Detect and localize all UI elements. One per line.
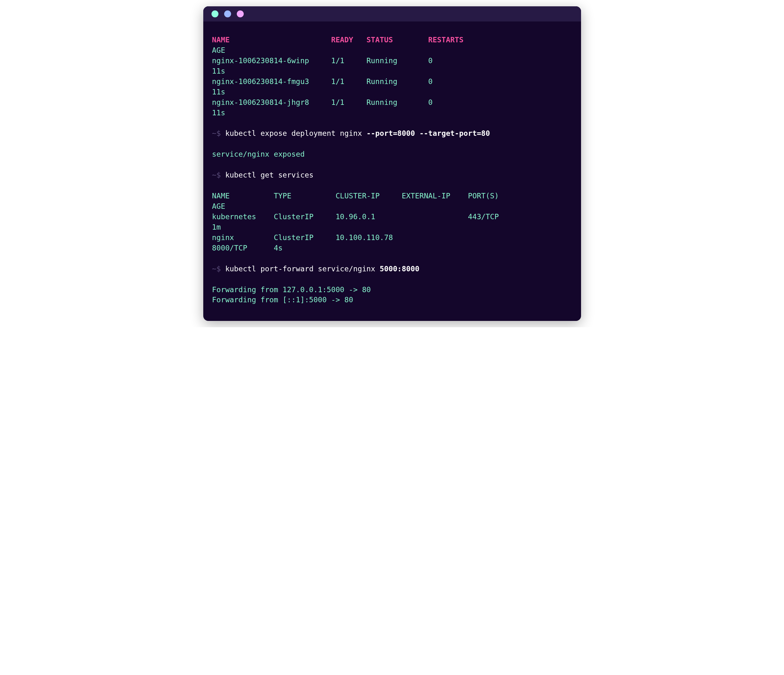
forward-output: Forwarding from [::1]:5000 -> 80 bbox=[212, 295, 353, 304]
shell-prompt: ~$ bbox=[212, 264, 226, 273]
pod-status: Running bbox=[366, 56, 397, 65]
pod-status: Running bbox=[366, 77, 397, 85]
terminal-window: NAME READY STATUS RESTARTS AGE nginx-100… bbox=[203, 6, 581, 321]
pod-restarts: 0 bbox=[428, 77, 433, 85]
svc-cip: 10.96.0.1 bbox=[335, 212, 375, 221]
titlebar bbox=[203, 6, 581, 22]
pod-age: 11s bbox=[212, 87, 226, 96]
shell-prompt: ~$ bbox=[212, 171, 226, 179]
svc-header-eip: EXTERNAL-IP bbox=[402, 191, 451, 200]
svc-cip: 10.100.110.78 bbox=[335, 233, 393, 242]
pod-name: nginx-1006230814-fmgu3 bbox=[212, 77, 309, 85]
traffic-light-minimize-icon[interactable] bbox=[224, 11, 231, 17]
pods-header-status: STATUS bbox=[366, 36, 393, 44]
pod-age: 11s bbox=[212, 109, 226, 117]
svc-header-age: AGE bbox=[212, 202, 226, 210]
command-arg: 5000:8000 bbox=[380, 264, 420, 273]
command-text: kubectl port-forward service/nginx bbox=[225, 264, 380, 273]
pod-name: nginx-1006230814-jhgr8 bbox=[212, 98, 309, 106]
expose-output: service/nginx exposed bbox=[212, 150, 305, 158]
svc-name: kubernetes bbox=[212, 212, 257, 221]
pod-ready: 1/1 bbox=[331, 56, 344, 65]
svc-header-ports: PORT(S) bbox=[468, 191, 499, 200]
pod-ready: 1/1 bbox=[331, 98, 344, 106]
command-text: kubectl get services bbox=[225, 171, 313, 179]
command-text: kubectl expose deployment nginx bbox=[225, 129, 366, 137]
command-arg: --port=8000 --target-port=80 bbox=[366, 129, 490, 137]
pods-header-ready: READY bbox=[331, 36, 353, 44]
forward-output: Forwarding from 127.0.0.1:5000 -> 80 bbox=[212, 285, 371, 294]
terminal-output[interactable]: NAME READY STATUS RESTARTS AGE nginx-100… bbox=[203, 22, 581, 321]
pods-header-name: NAME bbox=[212, 36, 230, 44]
svc-name: nginx bbox=[212, 233, 234, 242]
pod-restarts: 0 bbox=[428, 56, 433, 65]
pods-header-age: AGE bbox=[212, 46, 226, 54]
pod-restarts: 0 bbox=[428, 98, 433, 106]
pods-header-restarts: RESTARTS bbox=[428, 36, 464, 44]
pod-status: Running bbox=[366, 98, 397, 106]
shell-prompt: ~$ bbox=[212, 129, 226, 137]
svc-age: 1m bbox=[212, 223, 221, 231]
traffic-light-zoom-icon[interactable] bbox=[237, 11, 244, 17]
svc-header-type: TYPE bbox=[274, 191, 291, 200]
svc-header-name: NAME bbox=[212, 191, 230, 200]
svc-ports: 443/TCP bbox=[468, 212, 499, 221]
pod-age: 11s bbox=[212, 67, 226, 75]
svc-ports: 8000/TCP bbox=[212, 244, 247, 252]
svc-type: ClusterIP bbox=[274, 233, 314, 242]
pod-name: nginx-1006230814-6winp bbox=[212, 56, 309, 65]
svc-header-cip: CLUSTER-IP bbox=[335, 191, 380, 200]
traffic-light-close-icon[interactable] bbox=[212, 11, 218, 17]
svc-age: 4s bbox=[274, 244, 283, 252]
svc-type: ClusterIP bbox=[274, 212, 314, 221]
pod-ready: 1/1 bbox=[331, 77, 344, 85]
